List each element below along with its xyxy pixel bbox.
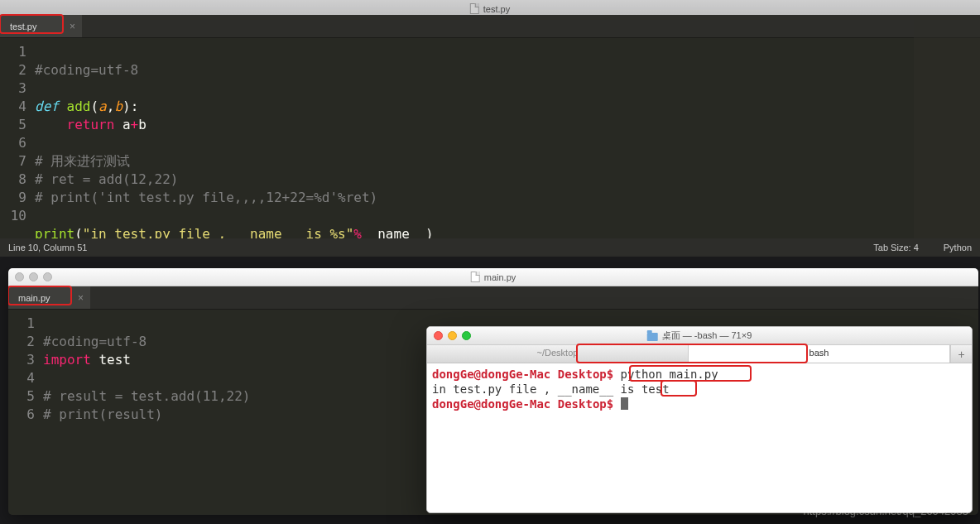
terminal-title: 桌面 — -bash — 71×9 (662, 329, 752, 342)
tab-label: main.py (18, 293, 50, 303)
window-title: main.py (484, 272, 516, 282)
tab-bar: main.py × (8, 286, 978, 310)
terminal-tab-bash[interactable]: bash (689, 345, 950, 363)
close-icon[interactable] (15, 272, 24, 281)
file-icon (470, 3, 479, 14)
close-icon[interactable] (434, 331, 443, 340)
zoom-icon[interactable] (462, 331, 471, 340)
gutter: 1 2 3 4 5 6 7 8 9 10 (0, 43, 35, 262)
status-position[interactable]: Line 10, Column 51 (8, 243, 87, 252)
minimize-icon[interactable] (29, 272, 38, 281)
tab-label: test.py (10, 22, 36, 31)
parent-title: test.py (483, 4, 510, 14)
status-language[interactable]: Python (944, 243, 972, 252)
terminal-window: 桌面 — -bash — 71×9 ~/Desktop bash + dongG… (426, 326, 973, 513)
status-bar: Line 10, Column 51 Tab Size: 4 Python (0, 238, 980, 257)
gutter: 1 2 3 4 5 6 (8, 315, 43, 442)
terminal-line-2: in test.py file , __name__ is test (432, 382, 967, 397)
code[interactable]: #coding=utf-8 def add(a,b): return a+b #… (35, 43, 434, 262)
terminal-add-tab[interactable]: + (950, 345, 972, 363)
code-area[interactable]: 1 2 3 4 5 6 7 8 9 10 #coding=utf-8 def a… (0, 38, 980, 262)
terminal-line-3: dongGe@dongGe-Mac Desktop$ (432, 397, 967, 411)
tab-mainpy[interactable]: main.py × (8, 286, 91, 309)
tab-testpy[interactable]: test.py × (0, 15, 83, 37)
editor-testpy: test.py × 1 2 3 4 5 6 7 8 9 10 #coding=u… (0, 15, 980, 257)
minimap[interactable] (914, 15, 980, 257)
terminal-tab-desktop[interactable]: ~/Desktop (427, 345, 689, 363)
watermark: https://blog.csdn.net/qq_20042935 (804, 505, 969, 517)
status-tabsize[interactable]: Tab Size: 4 (873, 243, 918, 252)
minimize-icon[interactable] (448, 331, 457, 340)
folder-icon (647, 333, 658, 341)
cursor (621, 397, 628, 410)
terminal-tabs: ~/Desktop bash + (427, 345, 972, 363)
file-icon (471, 272, 480, 282)
close-icon[interactable]: × (78, 292, 84, 304)
tab-bar: test.py × (0, 15, 980, 38)
terminal-line-1: dongGe@dongGe-Mac Desktop$ python main.p… (432, 367, 967, 382)
window-titlebar[interactable]: main.py (8, 268, 978, 286)
code[interactable]: #coding=utf-8 import test # result = tes… (43, 315, 250, 442)
terminal-body[interactable]: dongGe@dongGe-Mac Desktop$ python main.p… (427, 363, 972, 415)
close-icon[interactable]: × (70, 21, 75, 32)
terminal-titlebar[interactable]: 桌面 — -bash — 71×9 (427, 327, 972, 345)
zoom-icon[interactable] (43, 272, 52, 281)
